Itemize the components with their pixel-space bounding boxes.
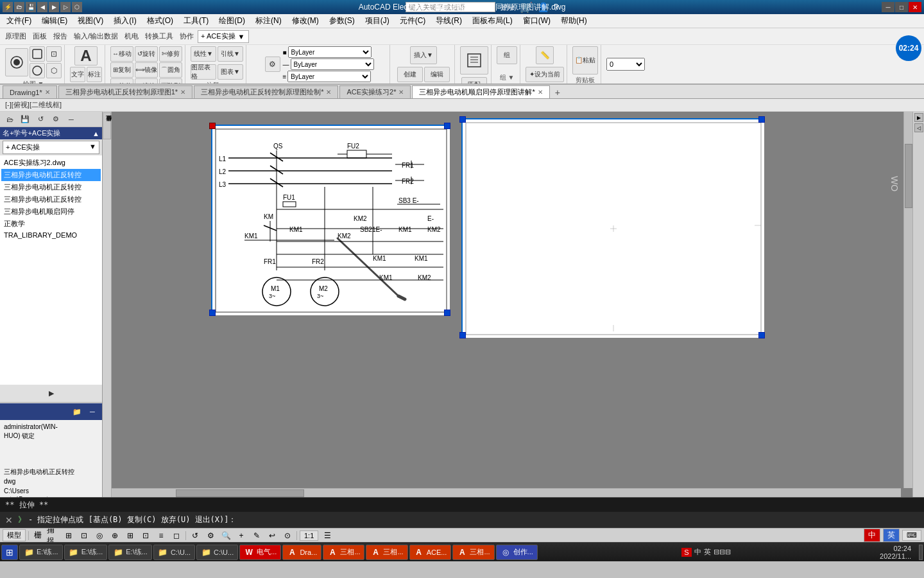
save-btn[interactable]: ◀ <box>37 2 47 12</box>
array-btn[interactable]: ▦阵列 <box>159 78 182 85</box>
menu-dots[interactable]: ⬡ <box>72 2 82 12</box>
menu-project[interactable]: 项目(J) <box>360 14 395 28</box>
taskbar-file5[interactable]: 📁 C:\U... <box>196 545 238 560</box>
tab-forward1[interactable]: 三相异步电动机正反转控制原理图1* ✕ <box>58 85 193 98</box>
taskbar-acad1[interactable]: A Dra... <box>282 545 321 560</box>
linestyle-btn[interactable]: 线性▼ <box>191 46 216 62</box>
set-current-btn[interactable]: ✦设为当前 <box>526 67 564 82</box>
menu-component[interactable]: 元件(C) <box>395 14 431 28</box>
open-btn[interactable]: 💾 <box>26 2 36 12</box>
menu-view[interactable]: 视图(V) <box>73 14 108 28</box>
ace-dropdown[interactable]: + ACE实操 ▼ <box>198 30 249 43</box>
tree-item-5[interactable]: 正教学 <box>1 218 101 230</box>
handle2-br[interactable] <box>758 332 765 338</box>
roundcorner-btn[interactable]: ⌒圆角 <box>159 62 182 78</box>
handle2-tr[interactable] <box>758 116 765 123</box>
menu-draw[interactable]: 绘图(D) <box>214 14 250 28</box>
redo-btn[interactable]: ▷ <box>60 2 71 12</box>
input-en-icon[interactable]: 英 <box>704 547 711 557</box>
tab-add-btn[interactable]: + <box>551 87 564 98</box>
rotate-icon[interactable]: ↺ <box>189 530 201 541</box>
panel-icon1[interactable]: 📁 <box>70 405 84 419</box>
tree-item-4[interactable]: 三相异步电机顺启同停 <box>1 206 101 218</box>
layer-number-select[interactable]: 0 <box>606 58 645 71</box>
status-ucs[interactable]: ⊞ <box>124 530 137 541</box>
taskbar-acad4[interactable]: A 三相... <box>452 545 494 560</box>
rotate-btn[interactable]: ↺旋转 <box>135 46 158 62</box>
paste-btn[interactable]: 📋粘贴 <box>572 46 598 74</box>
window-controls[interactable]: ─ □ ✕ <box>882 2 921 12</box>
status-snap[interactable]: 捕捉 <box>47 530 60 541</box>
annotation-btn[interactable]: 标注 <box>87 67 102 82</box>
menu-format[interactable]: 格式(O) <box>142 14 178 28</box>
taskbar-acad3[interactable]: A 三相... <box>366 545 407 560</box>
menu-insert[interactable]: 插入(I) <box>108 14 141 28</box>
tab-drawing1[interactable]: Drawing1* ✕ <box>3 85 57 98</box>
tab-close-4[interactable]: ✕ <box>538 89 543 96</box>
title-icons[interactable]: ⚡ 🗁 💾 ◀ ▶ ▷ ⬡ <box>3 2 82 12</box>
draw-poly-btn[interactable]: ⬡ <box>46 63 62 78</box>
graph-btn[interactable]: 图表▼ <box>218 64 243 80</box>
maximize-btn[interactable]: □ <box>895 2 908 12</box>
input-method-zh[interactable]: 中 <box>864 529 880 542</box>
tree-item-0[interactable]: ACE实操练习2.dwg <box>1 157 101 169</box>
insert-block-btn[interactable]: 插入▼ <box>410 46 437 64</box>
layer-select[interactable]: ByLayer <box>288 46 372 58</box>
tree-item-6[interactable]: TRA_LIBRARY_DEMO <box>1 230 101 240</box>
tb-mech[interactable]: 机电 <box>122 30 141 44</box>
tree-item-1[interactable]: 三相异步电动机正反转控 <box>1 169 101 181</box>
tb-schematic[interactable]: 原理图 <box>3 30 29 44</box>
minimize-btn[interactable]: ─ <box>882 2 894 12</box>
cmd-input[interactable] <box>28 516 921 525</box>
mini-btn-1[interactable]: ▶ <box>914 113 923 122</box>
handle-br[interactable] <box>444 310 450 316</box>
menu-file[interactable]: 文件(F) <box>1 14 37 28</box>
tab-close-2[interactable]: ✕ <box>326 89 331 96</box>
cursor-icon[interactable]: + <box>235 530 248 541</box>
taskbar-file3[interactable]: 📁 E:\练... <box>108 545 152 560</box>
tree-item-3[interactable]: 三相异步电动机正反转控 <box>1 193 101 206</box>
measure-btn[interactable]: 📏 <box>536 46 554 64</box>
undo-status-icon[interactable]: ↩ <box>266 530 278 541</box>
taskbar-wentu[interactable]: W 电气... <box>239 545 281 560</box>
tab-active[interactable]: 三相异步电动机顺启同停原理图讲解* ✕ <box>412 85 549 98</box>
panel-icon2[interactable]: ─ <box>85 405 99 419</box>
menu-param[interactable]: 参数(S) <box>324 14 360 28</box>
properties-btn[interactable] <box>460 46 488 74</box>
trim-btn[interactable]: ✄修剪 <box>159 46 182 62</box>
ime-settings[interactable]: ⌨ <box>902 530 921 541</box>
scroll-thumb-v[interactable] <box>905 144 912 208</box>
draw-rect-btn[interactable]: ⊡ <box>46 46 62 62</box>
menu-window[interactable]: 窗口(W) <box>518 14 556 28</box>
tb-panel[interactable]: 面板 <box>30 30 49 44</box>
create-block-btn[interactable]: 创建 <box>397 67 423 82</box>
handle-tr[interactable] <box>444 123 450 129</box>
tree-expand-btn[interactable]: ▶ <box>44 386 58 400</box>
table-btn[interactable]: 图层表格 <box>191 64 216 80</box>
scrollbar-vertical[interactable] <box>903 112 912 488</box>
scale-btn[interactable]: ⊞缩放 <box>135 78 158 85</box>
zoom-icon[interactable]: 🔍 <box>219 530 232 541</box>
status-model[interactable]: 模型 <box>3 529 26 541</box>
edit-block-btn[interactable]: 编辑 <box>424 67 450 82</box>
taskbar-ace[interactable]: A ACE... <box>409 545 452 560</box>
panel-minimize-btn[interactable]: ─ <box>64 112 78 127</box>
scrollbar-horizontal[interactable] <box>112 488 901 497</box>
scroll-thumb-h[interactable] <box>176 489 304 497</box>
tb-report[interactable]: 报告 <box>51 30 70 44</box>
panel-ace-dropdown[interactable]: + ACE实操 ▼ <box>3 141 99 154</box>
tb-convert[interactable]: 转换工具 <box>142 30 176 44</box>
tab-close-0[interactable]: ✕ <box>45 89 50 96</box>
tab-close-3[interactable]: ✕ <box>398 89 404 96</box>
panel-refresh-btn[interactable]: ↺ <box>33 112 47 127</box>
draw-line-btn[interactable] <box>5 48 28 76</box>
menu-modify[interactable]: 修改(M) <box>287 14 324 28</box>
undo-btn[interactable]: ▶ <box>49 2 59 12</box>
taskbar-file1[interactable]: 📁 E:\练... <box>19 545 63 560</box>
match-prop-btn2[interactable]: 匹配 <box>461 77 487 85</box>
handle2-tl[interactable] <box>459 116 466 123</box>
vert-tab-pos[interactable]: 位置坐标 <box>103 112 111 139</box>
show-desktop-btn[interactable] <box>919 545 923 560</box>
taskbar-creator[interactable]: ◎ 创作... <box>496 545 538 560</box>
move-btn[interactable]: ↔移动 <box>110 46 133 62</box>
